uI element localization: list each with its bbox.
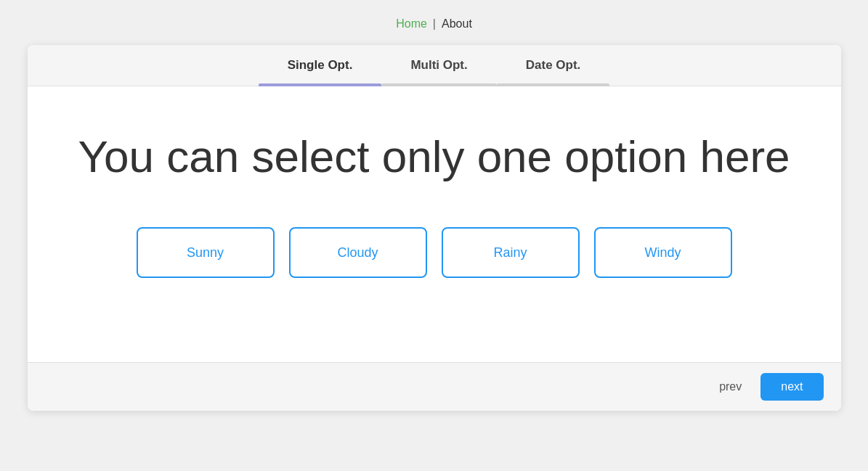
options-row: Sunny Cloudy Rainy Windy xyxy=(137,227,732,278)
nav-about-label: About xyxy=(442,17,472,30)
tab-date-opt[interactable]: Date Opt. xyxy=(497,45,610,86)
tabs-bar: Single Opt. Multi Opt. Date Opt. xyxy=(28,45,841,86)
prev-button[interactable]: prev xyxy=(709,374,752,399)
nav-separator: | xyxy=(433,17,436,30)
top-navigation: Home | About xyxy=(396,17,472,30)
option-cloudy[interactable]: Cloudy xyxy=(289,227,427,278)
nav-home-link[interactable]: Home xyxy=(396,17,427,30)
content-area: You can select only one option here Sunn… xyxy=(28,86,841,362)
option-sunny[interactable]: Sunny xyxy=(137,227,275,278)
option-rainy[interactable]: Rainy xyxy=(442,227,580,278)
tab-single-opt[interactable]: Single Opt. xyxy=(259,45,382,86)
main-card: Single Opt. Multi Opt. Date Opt. You can… xyxy=(28,45,841,411)
content-heading: You can select only one option here xyxy=(78,130,790,184)
footer-bar: prev next xyxy=(28,362,841,411)
next-button[interactable]: next xyxy=(760,373,823,401)
option-windy[interactable]: Windy xyxy=(594,227,732,278)
tab-multi-opt[interactable]: Multi Opt. xyxy=(381,45,496,86)
